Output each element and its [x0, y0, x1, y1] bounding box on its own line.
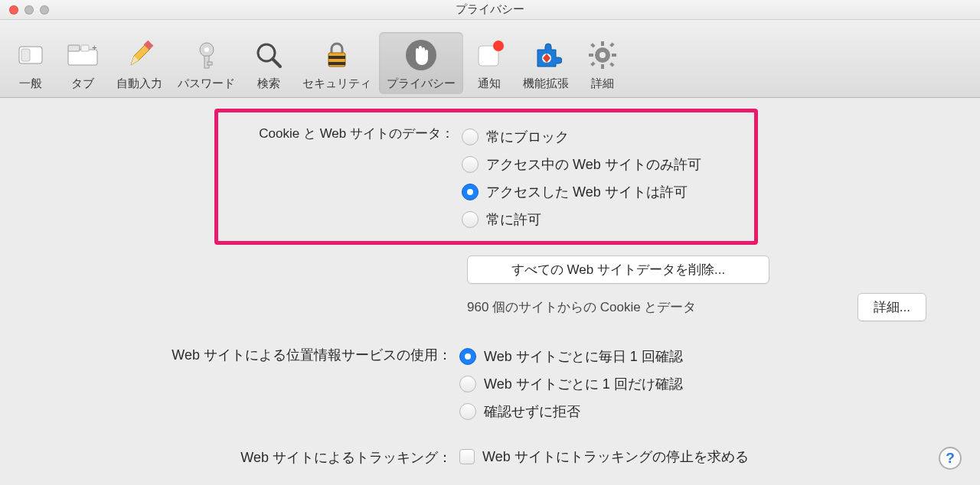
toolbar-label: セキュリティ [302, 76, 371, 91]
radio-icon[interactable] [459, 403, 476, 420]
svg-rect-25 [601, 41, 604, 46]
pencil-icon [121, 37, 158, 73]
titlebar: プライバシー [0, 0, 980, 20]
details-button[interactable]: 詳細... [858, 293, 926, 321]
radio-label: Web サイトごとに 1 回だけ確認 [484, 375, 683, 393]
svg-rect-31 [609, 42, 614, 47]
tab-tabs[interactable]: + タブ [57, 32, 109, 94]
svg-point-10 [204, 47, 209, 52]
svg-rect-17 [328, 62, 345, 65]
svg-line-14 [273, 59, 280, 67]
toolbar-label: 自動入力 [116, 76, 162, 91]
gear-icon [584, 37, 621, 73]
toolbar-label: 検索 [257, 76, 280, 91]
cookie-options: 常にブロック アクセス中の Web サイトのみ許可 アクセスした Web サイト… [462, 123, 740, 233]
minimize-icon[interactable] [24, 5, 34, 15]
checkbox-label: Web サイトにトラッキングの停止を求める [482, 448, 749, 466]
content: Cookie と Web サイトのデータ： 常にブロック アクセス中の Web … [0, 98, 980, 468]
radio-label: 確認せずに拒否 [484, 402, 580, 421]
close-icon[interactable] [9, 5, 18, 15]
svg-rect-28 [612, 54, 616, 57]
radio-icon[interactable] [462, 211, 479, 228]
checkbox-icon[interactable] [459, 449, 475, 464]
svg-point-20 [493, 41, 504, 51]
location-options: Web サイトごとに毎日 1 回確認 Web サイトごとに 1 回だけ確認 確認… [459, 343, 957, 425]
radio-label: Web サイトごとに毎日 1 回確認 [484, 347, 683, 366]
radio-icon[interactable] [462, 129, 479, 145]
radio-icon[interactable] [459, 376, 476, 392]
toolbar-label: プライバシー [387, 76, 456, 91]
key-icon [188, 37, 225, 73]
toolbar: 一般 + タブ 自動入力 パスワード 検索 セキュリティ [0, 20, 980, 98]
bell-dot-icon [471, 37, 508, 73]
search-icon [250, 37, 287, 73]
switch-icon [12, 37, 49, 73]
tabs-icon: + [64, 37, 101, 73]
cookie-option-visited[interactable]: アクセスした Web サイトは許可 [462, 178, 740, 206]
svg-rect-30 [609, 62, 614, 67]
puzzle-icon [528, 37, 564, 73]
svg-rect-27 [589, 54, 593, 57]
lock-icon [318, 37, 355, 73]
radio-icon[interactable] [462, 184, 479, 200]
toolbar-label: 通知 [478, 76, 501, 91]
location-option-once[interactable]: Web サイトごとに 1 回だけ確認 [459, 370, 957, 398]
toolbar-label: 詳細 [591, 76, 614, 91]
svg-text:+: + [92, 43, 96, 52]
svg-point-24 [599, 52, 606, 58]
toolbar-label: 一般 [19, 76, 42, 91]
cookie-option-block-all[interactable]: 常にブロック [462, 123, 740, 151]
svg-rect-26 [601, 64, 604, 69]
radio-icon[interactable] [459, 348, 476, 365]
tracking-checkbox-row[interactable]: Web サイトにトラッキングの停止を求める [459, 445, 957, 468]
tracking-label: Web サイトによるトラッキング： [23, 445, 459, 467]
tab-general[interactable]: 一般 [5, 32, 57, 94]
svg-rect-3 [68, 45, 80, 51]
zoom-icon[interactable] [40, 5, 49, 15]
svg-rect-32 [590, 61, 595, 66]
location-option-daily[interactable]: Web サイトごとに毎日 1 回確認 [459, 343, 957, 370]
cookie-option-allow-all[interactable]: 常に許可 [462, 206, 740, 233]
tab-autofill[interactable]: 自動入力 [109, 32, 170, 94]
toolbar-label: 機能拡張 [523, 76, 569, 91]
help-button[interactable]: ? [939, 447, 962, 470]
svg-rect-4 [81, 45, 89, 51]
cookie-section-highlight: Cookie と Web サイトのデータ： 常にブロック アクセス中の Web … [214, 109, 758, 245]
tracking-row: Web サイトによるトラッキング： Web サイトにトラッキングの停止を求める [23, 445, 957, 468]
hand-icon [403, 37, 439, 73]
tab-privacy[interactable]: プライバシー [379, 32, 463, 94]
tab-search[interactable]: 検索 [243, 32, 295, 94]
cookie-label: Cookie と Web サイトのデータ： [232, 123, 462, 233]
cookie-option-current-only[interactable]: アクセス中の Web サイトのみ許可 [462, 151, 740, 178]
tab-passwords[interactable]: パスワード [170, 32, 243, 94]
tab-extensions[interactable]: 機能拡張 [515, 32, 577, 94]
radio-icon[interactable] [462, 156, 479, 173]
radio-label: アクセス中の Web サイトのみ許可 [486, 155, 701, 174]
radio-label: アクセスした Web サイトは許可 [486, 183, 688, 201]
svg-rect-29 [590, 43, 595, 47]
svg-rect-12 [207, 62, 212, 65]
toolbar-label: パスワード [178, 76, 235, 91]
remove-all-data-button[interactable]: すべての Web サイトデータを削除... [467, 256, 769, 284]
location-label: Web サイトによる位置情報サービスの使用： [23, 343, 459, 364]
radio-label: 常にブロック [486, 128, 569, 146]
cookie-status-text: 960 個のサイトからの Cookie とデータ [467, 298, 696, 316]
svg-rect-16 [328, 56, 345, 59]
tab-notifications[interactable]: 通知 [463, 32, 515, 94]
window-controls [0, 5, 49, 15]
tab-security[interactable]: セキュリティ [295, 32, 379, 94]
location-row: Web サイトによる位置情報サービスの使用： Web サイトごとに毎日 1 回確… [23, 343, 957, 425]
radio-label: 常に許可 [486, 210, 541, 229]
toolbar-label: タブ [71, 76, 94, 91]
window-title: プライバシー [0, 2, 980, 17]
svg-rect-2 [68, 50, 97, 65]
svg-rect-1 [21, 49, 30, 61]
tab-advanced[interactable]: 詳細 [577, 32, 629, 94]
location-option-deny[interactable]: 確認せずに拒否 [459, 398, 957, 425]
